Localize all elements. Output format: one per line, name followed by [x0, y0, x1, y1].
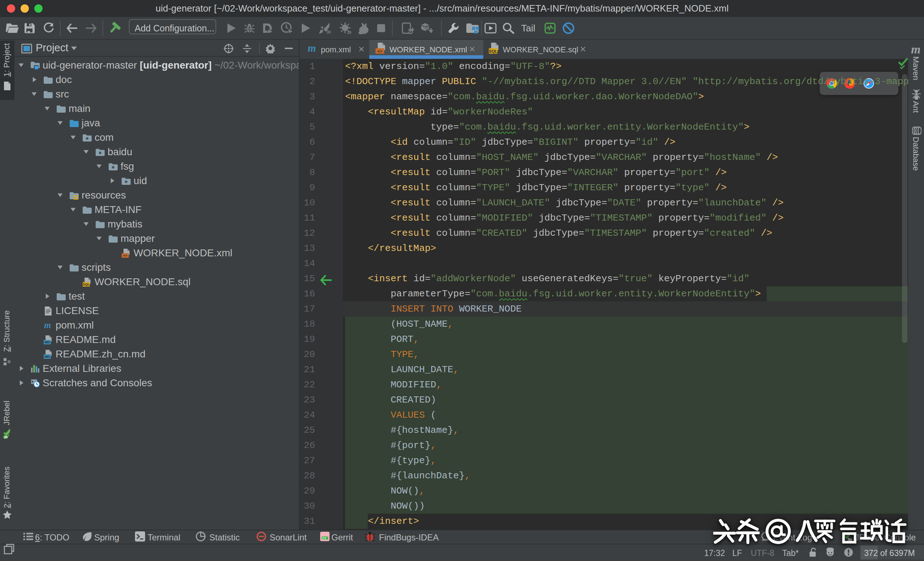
svg-text:JR: JR — [4, 435, 8, 439]
svg-text:<>: <> — [378, 49, 382, 53]
svg-text:MD: MD — [45, 355, 50, 358]
svg-text:JR: JR — [347, 31, 352, 34]
svg-text:<>: <> — [123, 254, 127, 257]
svg-text:SQL: SQL — [489, 49, 497, 53]
svg-text:m: m — [44, 321, 51, 330]
svg-text:JR: JR — [326, 30, 332, 34]
svg-text:MD: MD — [45, 340, 50, 344]
svg-text:SQL: SQL — [82, 283, 90, 286]
svg-text:m: m — [308, 43, 316, 54]
